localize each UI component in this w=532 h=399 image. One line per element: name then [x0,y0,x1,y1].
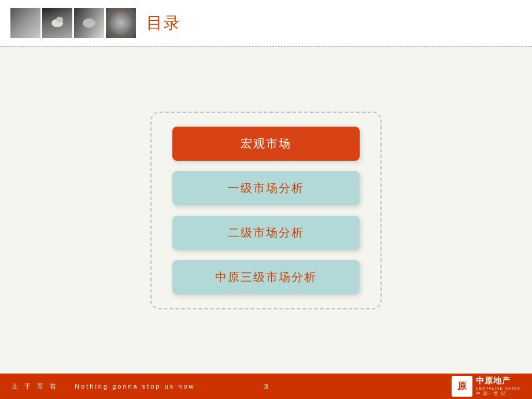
footer: 止 于 至 善 Nothing gonna stop us now 3 原 中原… [0,374,532,399]
header-image-1 [10,8,40,38]
header-image-4 [106,8,136,38]
menu-item-zhongyuan-market[interactable]: 中原三级市场分析 [172,260,360,294]
footer-slogan-cn: 止 于 至 善 [12,382,58,391]
header-image-3 [74,8,104,38]
logo-name-sub: 中 原 · 世 纪 [476,390,506,397]
header-image-2 [42,8,72,38]
menu-item-primary-market[interactable]: 一级市场分析 [172,171,360,205]
page-title: 目录 [146,12,181,34]
menu-container: 宏观市场 一级市场分析 二级市场分析 中原三级市场分析 [150,112,382,309]
logo-icon: 原 [452,376,472,397]
footer-left: 止 于 至 善 Nothing gonna stop us now [12,382,452,391]
footer-page-number: 3 [264,382,268,391]
menu-item-macro-market[interactable]: 宏观市场 [172,127,360,161]
header: 目录 [0,0,532,46]
menu-item-secondary-market[interactable]: 二级市场分析 [172,216,360,250]
header-images [10,8,136,38]
footer-logo: 原 中原地产 CENTALINE CHINA 中 原 · 世 纪 [452,376,521,397]
main-content: 宏观市场 一级市场分析 二级市场分析 中原三级市场分析 [0,47,532,374]
logo-name-cn: 中原地产 [476,376,511,386]
logo-name-en: CENTALINE CHINA [476,386,521,390]
footer-slogan-en: Nothing gonna stop us now [75,383,195,390]
logo-text-block: 中原地产 CENTALINE CHINA 中 原 · 世 纪 [476,376,521,397]
